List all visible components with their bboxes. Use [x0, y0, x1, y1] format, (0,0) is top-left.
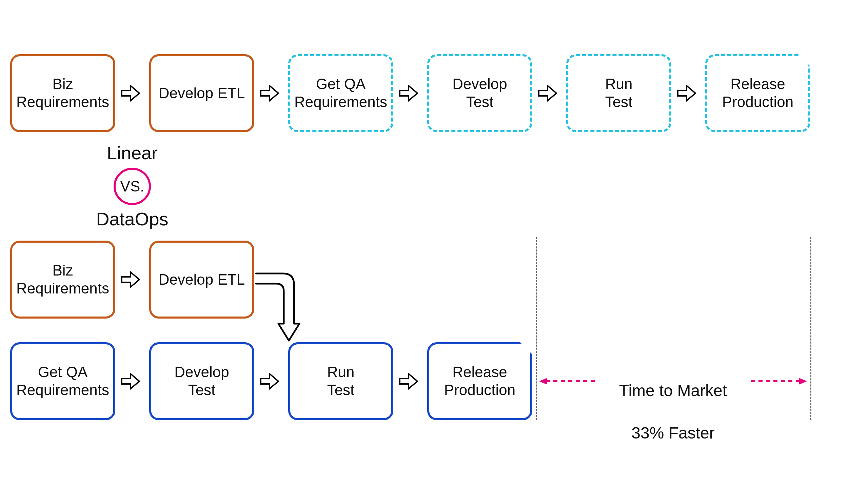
arrow-icon [120, 83, 141, 103]
dataops-box-develop-etl: Develop ETL [149, 241, 254, 319]
linear-box-get-qa-text: Get QA Requirements [294, 75, 387, 111]
arrow-icon [537, 83, 558, 103]
arrow-icon [676, 83, 697, 103]
dataops-box-get-qa-text: Get QA Requirements [16, 363, 109, 399]
linear-box-develop-etl-text: Develop ETL [159, 84, 245, 102]
arrow-icon [120, 371, 141, 391]
curved-arrow-icon [256, 269, 314, 344]
dataops-box-release: Release Production [427, 342, 532, 420]
dataops-box-develop-etl-text: Develop ETL [159, 271, 245, 289]
linear-box-run-test-text: Run Test [605, 75, 633, 111]
linear-box-develop-test: Develop Test [427, 54, 532, 132]
arrow-icon [398, 83, 419, 103]
pink-arrow-right-icon [751, 377, 807, 385]
dataops-box-run-test: Run Test [288, 342, 393, 420]
time-to-market-line2: 33% Faster [631, 424, 714, 442]
linear-box-get-qa: Get QA Requirements [288, 54, 393, 132]
linear-box-release-text: Release Production [722, 75, 793, 111]
vs-circle: VS. [114, 168, 151, 205]
dataops-box-release-text: Release Production [444, 363, 515, 399]
linear-box-release: Release Production [705, 54, 810, 132]
vs-label: VS. [120, 178, 144, 195]
bracket-line-right [810, 237, 811, 420]
dataops-label: DataOps [92, 208, 173, 229]
svg-marker-3 [799, 378, 807, 385]
linear-box-biz-req-text: Biz Requirements [16, 75, 109, 111]
linear-label: Linear [95, 142, 170, 163]
linear-box-run-test: Run Test [566, 54, 671, 132]
arrow-icon [259, 371, 280, 391]
dataops-box-develop-test: Develop Test [149, 342, 254, 420]
linear-box-biz-req: Biz Requirements [10, 54, 115, 132]
linear-box-develop-test-text: Develop Test [452, 75, 507, 111]
dataops-box-get-qa: Get QA Requirements [10, 342, 115, 420]
time-to-market-label: Time to Market 33% Faster [598, 359, 748, 444]
dataops-box-biz-req-text: Biz Requirements [16, 262, 109, 298]
arrow-icon [398, 371, 419, 391]
arrow-icon [120, 269, 141, 290]
time-to-market-line1: Time to Market [619, 382, 727, 400]
dataops-box-develop-test-text: Develop Test [174, 363, 229, 399]
diagram-canvas: Biz Requirements Develop ETL Get QA Requ… [0, 0, 868, 488]
arrow-icon [259, 83, 280, 103]
svg-marker-1 [539, 378, 547, 385]
bracket-line-left [536, 237, 537, 420]
pink-arrow-left-icon [539, 377, 595, 385]
dataops-box-biz-req: Biz Requirements [10, 241, 115, 319]
dataops-box-run-test-text: Run Test [327, 363, 355, 399]
linear-box-develop-etl: Develop ETL [149, 54, 254, 132]
